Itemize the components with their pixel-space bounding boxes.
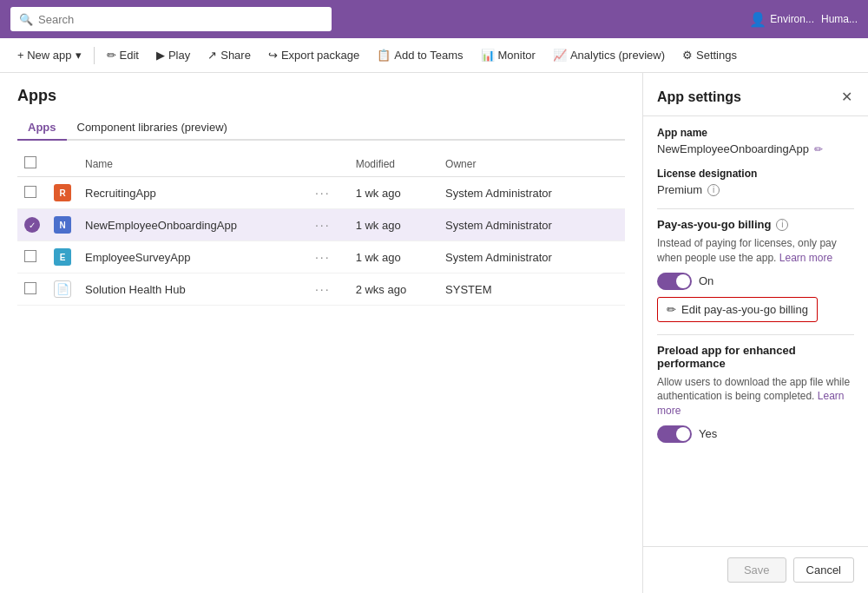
edit-billing-icon: ✏ <box>667 303 676 316</box>
app-icon: R <box>54 184 71 201</box>
pay-billing-desc: Instead of paying for licenses, only pay… <box>657 236 854 266</box>
selected-check-icon: ✓ <box>24 217 40 233</box>
license-text: Premium <box>657 183 702 196</box>
panel-header: App settings ✕ <box>643 73 868 116</box>
play-icon: ▶ <box>156 49 165 62</box>
tab-apps[interactable]: Apps <box>17 115 67 141</box>
preload-toggle-thumb <box>676 427 690 441</box>
edit-billing-button[interactable]: ✏ Edit pay-as-you-go billing <box>657 297 818 322</box>
monitor-button[interactable]: 📊 Monitor <box>474 45 542 65</box>
row-checkbox[interactable] <box>24 186 36 198</box>
pay-billing-info-icon[interactable]: i <box>776 219 788 231</box>
row-menu-cell[interactable]: ··· <box>308 177 349 209</box>
col-name-header: Name <box>78 151 308 177</box>
license-info-icon[interactable]: i <box>707 184 720 196</box>
row-checkbox-cell <box>17 241 47 273</box>
table-row[interactable]: EEmployeeSurveyApp···1 wk agoSystem Admi… <box>17 241 625 273</box>
row-checkbox-cell: ✓ <box>17 209 47 241</box>
preload-title: Preload app for enhanced performance <box>657 344 854 370</box>
preload-desc: Allow users to download the app file whi… <box>657 375 854 418</box>
main-content: Apps Apps Component libraries (preview) … <box>0 73 868 593</box>
user-label: Huma... <box>821 13 858 25</box>
search-icon: 🔍 <box>19 13 33 26</box>
app-name-text: NewEmployeeOnboardingApp <box>657 142 809 155</box>
share-label: Share <box>220 49 251 62</box>
table-row[interactable]: RRecruitingApp···1 wk agoSystem Administ… <box>17 177 625 209</box>
monitor-label: Monitor <box>498 49 536 62</box>
table-row[interactable]: 📄Solution Health Hub···2 wks agoSYSTEM <box>17 273 625 306</box>
close-button[interactable]: ✕ <box>839 87 854 107</box>
app-name-value: NewEmployeeOnboardingApp ✏ <box>657 142 854 155</box>
toggle-thumb <box>676 274 690 288</box>
panel-divider-2 <box>657 334 854 335</box>
license-value: Premium i <box>657 183 854 196</box>
environment-badge: 👤 Environ... Huma... <box>749 11 858 28</box>
row-name-cell[interactable]: EmployeeSurveyApp <box>78 241 308 273</box>
search-input[interactable] <box>38 13 323 26</box>
edit-label: Edit <box>120 49 139 62</box>
row-menu-cell[interactable]: ··· <box>308 273 349 306</box>
app-name-edit-icon[interactable]: ✏ <box>814 143 823 155</box>
share-button[interactable]: ↗ Share <box>201 45 258 65</box>
row-extra-cell <box>606 241 625 273</box>
preload-toggle-label: Yes <box>699 427 717 440</box>
settings-button[interactable]: ⚙ Settings <box>675 45 744 65</box>
pay-billing-section: Pay-as-you-go billing i Instead of payin… <box>657 218 854 322</box>
edit-button[interactable]: ✏ Edit <box>100 45 146 65</box>
tab-component-libraries[interactable]: Component libraries (preview) <box>67 115 238 141</box>
row-owner-cell: SYSTEM <box>438 273 606 306</box>
pay-billing-toggle[interactable] <box>657 273 692 290</box>
chevron-down-icon: ▾ <box>76 49 82 62</box>
row-extra-cell <box>606 177 625 209</box>
pay-billing-toggle-row: On <box>657 273 854 290</box>
add-to-teams-button[interactable]: 📋 Add to Teams <box>370 45 470 65</box>
preload-toggle[interactable] <box>657 425 692 443</box>
row-menu-cell[interactable]: ··· <box>308 209 349 241</box>
pay-billing-title: Pay-as-you-go billing <box>657 218 771 231</box>
pay-billing-learn-more[interactable]: Learn more <box>779 252 832 264</box>
pay-billing-header: Pay-as-you-go billing i <box>657 218 854 231</box>
new-app-button[interactable]: + New app ▾ <box>10 45 89 65</box>
row-ellipsis-icon[interactable]: ··· <box>315 218 331 232</box>
save-button[interactable]: Save <box>727 557 786 583</box>
export-button[interactable]: ↪ Export package <box>261 45 366 65</box>
preload-toggle-row: Yes <box>657 425 854 443</box>
table-row[interactable]: ✓NNewEmployeeOnboardingApp···1 wk agoSys… <box>17 209 625 241</box>
row-icon-cell: N <box>47 209 78 241</box>
top-bar-right: 👤 Environ... Huma... <box>749 11 858 28</box>
row-ellipsis-icon[interactable]: ··· <box>315 186 331 200</box>
col-owner-header: Owner <box>438 151 606 177</box>
row-ellipsis-icon[interactable]: ··· <box>315 282 331 296</box>
row-ellipsis-icon[interactable]: ··· <box>315 250 331 264</box>
row-icon-cell: E <box>47 241 78 273</box>
row-name-cell[interactable]: Solution Health Hub <box>78 273 308 306</box>
col-modified-header: Modified <box>349 151 438 177</box>
row-checkbox[interactable] <box>24 250 36 262</box>
row-name-cell[interactable]: NewEmployeeOnboardingApp <box>78 209 308 241</box>
panel-title: App settings <box>657 89 741 105</box>
add-to-teams-label: Add to Teams <box>394 49 463 62</box>
row-checkbox[interactable] <box>24 282 36 294</box>
panel-body: App name NewEmployeeOnboardingApp ✏ Lice… <box>643 116 868 546</box>
new-app-label: + New app <box>17 49 72 62</box>
row-name-cell[interactable]: RecruitingApp <box>78 177 308 209</box>
environment-label: Environ... <box>770 13 814 25</box>
license-field: License designation Premium i <box>657 168 854 196</box>
toolbar-divider-1 <box>94 47 95 64</box>
search-box[interactable]: 🔍 <box>10 7 332 31</box>
row-owner-cell: System Administrator <box>438 241 606 273</box>
share-icon: ↗ <box>207 49 217 62</box>
edit-billing-label: Edit pay-as-you-go billing <box>681 303 808 316</box>
row-modified-cell: 2 wks ago <box>349 273 438 306</box>
monitor-icon: 📊 <box>481 49 495 62</box>
analytics-button[interactable]: 📈 Analytics (preview) <box>546 45 672 65</box>
col-check <box>17 151 47 177</box>
header-checkbox[interactable] <box>24 156 36 168</box>
row-modified-cell: 1 wk ago <box>349 241 438 273</box>
row-extra-cell <box>606 273 625 306</box>
play-button[interactable]: ▶ Play <box>149 45 197 65</box>
cancel-button[interactable]: Cancel <box>793 557 854 583</box>
row-menu-cell[interactable]: ··· <box>308 241 349 273</box>
app-name-label: App name <box>657 127 854 139</box>
apps-panel: Apps Apps Component libraries (preview) … <box>0 73 642 593</box>
